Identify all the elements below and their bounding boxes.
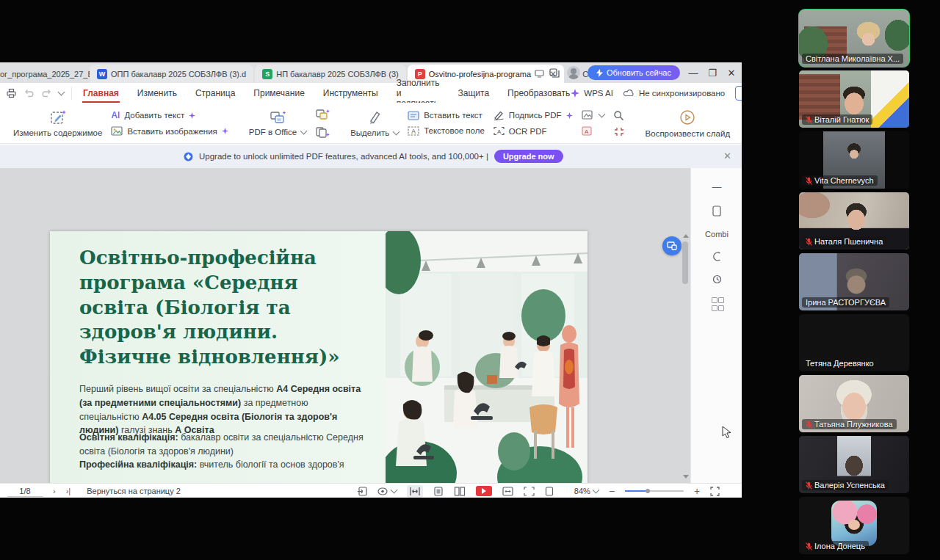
play-slide-button[interactable]: Воспроизвести слайд bbox=[646, 109, 731, 138]
menu-page[interactable]: Страница bbox=[195, 84, 236, 102]
upgrade-banner: Upgrade to unlock unlimited PDF features… bbox=[0, 145, 742, 168]
text-field-icon: A bbox=[408, 126, 419, 136]
pdf-page-1: Освітньо-професійна програма «Середня ос… bbox=[50, 231, 588, 483]
sign-pdf-button[interactable]: Подпись PDF bbox=[494, 110, 573, 120]
history-panel-icon[interactable] bbox=[712, 274, 722, 284]
comment-panel-icon[interactable] bbox=[712, 252, 722, 261]
pdf-viewport[interactable]: Освітньо-професійна програма «Середня ос… bbox=[0, 168, 690, 483]
split-pages-icon[interactable] bbox=[315, 126, 330, 138]
slideshow-play-button[interactable] bbox=[476, 486, 492, 496]
collapse-panel-icon[interactable]: — bbox=[712, 181, 722, 192]
sync-status[interactable]: Не синхронизировано bbox=[623, 89, 725, 98]
menu-tools[interactable]: Инструменты bbox=[322, 84, 379, 102]
participant-name-label: Ірина РАСТОРГУЄВА bbox=[802, 297, 889, 308]
participant-tile[interactable]: Світлана Миколаївна Х... bbox=[799, 10, 909, 67]
insert-text-button[interactable]: Вставить текст bbox=[408, 111, 485, 120]
spark-icon bbox=[222, 128, 228, 134]
upgrade-now-button[interactable]: Upgrade now bbox=[494, 150, 563, 163]
menu-edit[interactable]: Изменить bbox=[137, 84, 178, 102]
compress-icon[interactable] bbox=[613, 127, 625, 137]
menu-protect[interactable]: Защита bbox=[458, 84, 491, 102]
merge-pages-icon[interactable] bbox=[315, 109, 330, 120]
last-page-button[interactable]: ›| bbox=[66, 487, 71, 495]
participant-tile[interactable]: Валерія Успенська bbox=[799, 436, 909, 493]
menu-convert[interactable]: Преобразовать bbox=[507, 84, 571, 102]
zoom-slider[interactable] bbox=[625, 490, 684, 492]
fit-screen-icon[interactable] bbox=[502, 487, 513, 496]
apps-grid-icon[interactable] bbox=[712, 297, 723, 311]
highlight-button[interactable]: Выделить bbox=[350, 109, 399, 137]
menu-comment[interactable]: Примечание bbox=[253, 84, 305, 102]
chevron-down-icon[interactable] bbox=[58, 88, 65, 95]
fullscreen-button[interactable] bbox=[710, 487, 720, 496]
ocr-pdf-button[interactable]: A OCR PDF bbox=[494, 126, 573, 136]
add-text-button[interactable]: AI Добавить текст bbox=[111, 110, 228, 120]
fit-width-toggle[interactable] bbox=[407, 485, 423, 498]
lightning-icon bbox=[596, 69, 603, 77]
share-screen-float-button[interactable] bbox=[662, 236, 682, 255]
pdf-convert-icon: W bbox=[269, 110, 286, 125]
update-now-button[interactable]: Обновить сейчас bbox=[588, 65, 680, 80]
bookmark-view-icon[interactable] bbox=[545, 487, 554, 496]
page-indicator[interactable]: 1/8 bbox=[7, 486, 43, 497]
zoom-level-select[interactable]: 84% bbox=[574, 487, 599, 495]
replace-text-button[interactable]: A bbox=[582, 126, 604, 137]
mic-muted-icon bbox=[806, 177, 812, 185]
signature-pen-icon bbox=[494, 110, 505, 120]
participant-name-label: Віталій Гнатюк bbox=[802, 114, 872, 125]
menu-home[interactable]: Главная bbox=[82, 84, 120, 102]
participant-name-label: Валерія Успенська bbox=[802, 480, 889, 490]
wps-ai-button[interactable]: WPS AI bbox=[571, 89, 613, 98]
edit-content-icon bbox=[49, 109, 67, 126]
chevron-down-icon bbox=[393, 128, 400, 135]
minimize-window-button[interactable]: — bbox=[687, 68, 699, 79]
participant-tile[interactable]: Vita Chernevych bbox=[799, 131, 909, 189]
mic-muted-icon bbox=[806, 116, 812, 124]
mic-muted-icon bbox=[806, 542, 812, 550]
edit-content-button[interactable]: Изменить содержимое bbox=[13, 109, 102, 137]
participant-tile[interactable]: Віталій Гнатюк bbox=[799, 70, 909, 128]
close-banner-icon[interactable]: ✕ bbox=[723, 150, 731, 161]
view-mode-button[interactable] bbox=[377, 487, 397, 495]
crop-view-icon[interactable] bbox=[524, 487, 535, 496]
participant-tile[interactable]: Наталя Пшенична bbox=[799, 192, 909, 250]
mic-muted-icon bbox=[806, 238, 812, 246]
share-button[interactable]: Поделиться bbox=[735, 86, 742, 101]
next-page-button[interactable]: › bbox=[53, 487, 56, 495]
mouse-cursor bbox=[722, 426, 732, 439]
back-to-page-link[interactable]: Вернуться на страницу 2 bbox=[87, 487, 181, 495]
participant-name-label: Ілона Донець bbox=[802, 541, 869, 551]
participant-tile[interactable]: Ірина РАСТОРГУЄВА bbox=[799, 253, 909, 310]
redo-icon[interactable] bbox=[41, 88, 52, 98]
svg-text:A: A bbox=[411, 127, 416, 134]
zoom-out-button[interactable]: − bbox=[609, 485, 615, 497]
combi-panel-label[interactable]: Combi bbox=[705, 230, 728, 239]
spark-icon bbox=[189, 112, 195, 119]
ai-spark-icon bbox=[571, 89, 579, 98]
two-page-toggle[interactable] bbox=[454, 487, 466, 496]
participant-tile[interactable]: Тетяна Деревянко bbox=[799, 314, 909, 371]
participant-tile[interactable]: Татьяна Плужникова bbox=[799, 375, 909, 432]
single-page-toggle[interactable] bbox=[433, 487, 444, 496]
participant-tile[interactable]: Ілона Донець bbox=[799, 497, 909, 554]
ocr-icon: A bbox=[494, 126, 505, 136]
print-icon[interactable] bbox=[6, 88, 17, 98]
search-icon[interactable] bbox=[613, 110, 624, 121]
close-window-button[interactable]: ✕ bbox=[726, 68, 737, 79]
restore-window-button[interactable]: ❐ bbox=[706, 68, 718, 79]
text-field-button[interactable]: A Текстовое поле bbox=[408, 126, 485, 136]
insert-image-button[interactable]: Вставить изображения bbox=[111, 126, 228, 136]
page-jump-icon[interactable] bbox=[357, 487, 367, 496]
right-tool-panel: — Combi bbox=[690, 168, 742, 483]
zoom-in-button[interactable]: + bbox=[694, 485, 700, 497]
scroll-down-arrow[interactable] bbox=[683, 475, 689, 479]
document-scrollbar[interactable] bbox=[682, 233, 688, 475]
extract-image-button[interactable] bbox=[582, 110, 604, 120]
image-icon bbox=[111, 126, 123, 136]
scroll-up-arrow[interactable] bbox=[683, 234, 689, 238]
chevron-down-icon bbox=[300, 127, 308, 134]
undo-icon[interactable] bbox=[24, 88, 35, 98]
outline-panel-icon[interactable] bbox=[712, 206, 721, 217]
pdf-to-office-button[interactable]: W PDF в Office bbox=[249, 110, 306, 137]
scrollbar-thumb[interactable] bbox=[682, 241, 688, 284]
